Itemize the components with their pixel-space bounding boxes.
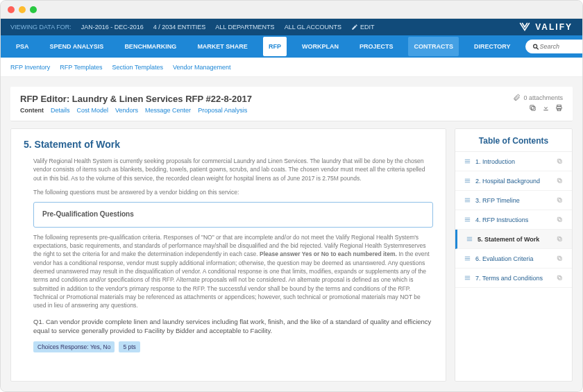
editor-header: RFP Editor: Laundry & Linen Services RFP… (10, 87, 573, 121)
list-icon (464, 216, 471, 223)
filter-date-range[interactable]: JAN-2016 - DEC-2016 (81, 24, 144, 31)
chip-points[interactable]: 5 pts (119, 341, 140, 352)
svg-rect-23 (559, 180, 562, 183)
filter-entities[interactable]: 4 / 2034 ENTITIES (153, 24, 206, 31)
svg-rect-24 (557, 178, 561, 182)
svg-rect-19 (557, 159, 561, 162)
svg-rect-38 (559, 238, 562, 241)
main-panel: 5. Statement of Work Valify Regional Hea… (10, 128, 446, 382)
minimize-dot[interactable] (19, 6, 26, 13)
copy-icon[interactable] (556, 177, 564, 185)
copy-icon[interactable] (556, 255, 564, 262)
toc-title: Table of Contents (455, 136, 572, 152)
list-icon (464, 177, 471, 185)
copy-icon[interactable] (556, 157, 564, 165)
tab-details[interactable]: Details (51, 107, 70, 114)
list-icon (466, 235, 473, 243)
copy-icon[interactable] (556, 216, 564, 223)
filter-edit[interactable]: EDIT (351, 24, 375, 31)
brand-logo[interactable]: VALIFY (518, 21, 573, 33)
svg-rect-10 (532, 107, 536, 111)
sub-nav: RFP Inventory RFP Templates Section Temp… (1, 58, 582, 77)
subnav-inventory[interactable]: RFP Inventory (10, 64, 50, 71)
toc-item-5[interactable]: 5. Statement of Work (455, 230, 572, 249)
copy-icon[interactable] (556, 274, 564, 282)
list-icon (464, 196, 471, 204)
print-icon[interactable] (555, 104, 563, 112)
tab-message-center[interactable]: Message Center (145, 107, 191, 114)
svg-point-0 (534, 44, 537, 48)
questions-intro: The following questions must be answered… (33, 188, 433, 196)
search-input[interactable] (539, 43, 583, 50)
svg-rect-49 (557, 275, 561, 279)
svg-rect-44 (557, 256, 561, 259)
svg-rect-18 (559, 160, 562, 164)
svg-rect-29 (557, 198, 561, 201)
nav-spend-analysis[interactable]: SPEND ANALYSIS (44, 37, 110, 56)
maximize-dot[interactable] (30, 6, 37, 13)
svg-rect-33 (559, 219, 562, 222)
pencil-icon (351, 24, 358, 31)
svg-rect-48 (559, 277, 562, 280)
svg-rect-39 (557, 237, 561, 240)
filter-accounts[interactable]: ALL GL ACCOUNTS (285, 24, 341, 31)
tab-proposal-analysis[interactable]: Proposal Analysis (198, 107, 247, 114)
tab-cost-model[interactable]: Cost Model (77, 107, 109, 114)
nav-projects[interactable]: PROJECTS (354, 37, 399, 56)
filter-departments[interactable]: ALL DEPARTMENTS (215, 24, 274, 31)
copy-icon[interactable] (556, 235, 564, 243)
global-search[interactable] (525, 40, 583, 53)
section-heading: 5. Statement of Work (24, 139, 433, 150)
page-title: RFP Editor: Laundry & Linen Services RFP… (20, 94, 252, 104)
svg-rect-34 (557, 217, 561, 221)
nav-rfp[interactable]: RFP (263, 37, 287, 56)
preq-box[interactable]: Pre-Qualification Questions (33, 202, 433, 228)
tab-content[interactable]: Content (20, 107, 44, 114)
download-icon[interactable] (542, 104, 550, 112)
svg-rect-28 (559, 199, 562, 203)
page-body: RFP Editor: Laundry & Linen Services RFP… (1, 77, 582, 391)
chip-choices[interactable]: Choices Response: Yes, No (33, 341, 115, 352)
list-icon (464, 255, 471, 262)
filter-bar: VIEWING DATA FOR: JAN-2016 - DEC-2016 4 … (1, 19, 582, 35)
copy-icon[interactable] (556, 196, 564, 204)
subnav-templates[interactable]: RFP Templates (60, 64, 102, 71)
close-dot[interactable] (8, 6, 15, 13)
primary-nav: PSA SPEND ANALYSIS BENCHMARKING MARKET S… (1, 35, 582, 58)
list-icon (464, 274, 471, 282)
subnav-section-templates[interactable]: Section Templates (112, 64, 163, 71)
svg-rect-11 (530, 105, 534, 110)
table-of-contents: Table of Contents 1. Introduction2. Hosp… (455, 128, 573, 382)
svg-rect-43 (559, 257, 562, 261)
nav-directory[interactable]: DIRECTORY (468, 37, 516, 56)
toc-item-2[interactable]: 2. Hospital Background (455, 171, 572, 191)
filter-label: VIEWING DATA FOR: (10, 24, 71, 31)
toc-item-3[interactable]: 3. RFP Timeline (455, 191, 572, 210)
toc-item-6[interactable]: 6. Evaluation Criteria (455, 249, 572, 269)
toc-item-7[interactable]: 7. Terms and Conditions (455, 269, 572, 288)
nav-psa[interactable]: PSA (10, 37, 35, 56)
titlebar (1, 1, 582, 19)
question-1: Q1. Can vendor provide complete linen an… (33, 317, 433, 336)
toc-item-4[interactable]: 4. RFP Instructions (455, 210, 572, 230)
nav-contracts[interactable]: CONTRACTS (408, 37, 459, 56)
tab-vendors[interactable]: Vendors (115, 107, 138, 114)
preq-criteria-text: The following represents pre-qualificati… (33, 233, 433, 310)
app-window: VIEWING DATA FOR: JAN-2016 - DEC-2016 4 … (0, 0, 583, 392)
nav-workplan[interactable]: WORKPLAN (296, 37, 344, 56)
intro-paragraph: Valify Regional Health System is current… (33, 157, 433, 182)
nav-benchmarking[interactable]: BENCHMARKING (119, 37, 182, 56)
svg-line-1 (537, 47, 539, 49)
search-icon (532, 43, 539, 51)
editor-tabs: Content Details Cost Model Vendors Messa… (20, 107, 252, 114)
attachments-count[interactable]: 0 attachments (513, 94, 563, 101)
subnav-vendor-management[interactable]: Vendor Management (173, 64, 231, 71)
paperclip-icon (513, 94, 521, 101)
nav-market-share[interactable]: MARKET SHARE (192, 37, 253, 56)
copy-icon[interactable] (529, 104, 536, 112)
toc-item-1[interactable]: 1. Introduction (455, 152, 572, 171)
list-icon (464, 157, 471, 165)
